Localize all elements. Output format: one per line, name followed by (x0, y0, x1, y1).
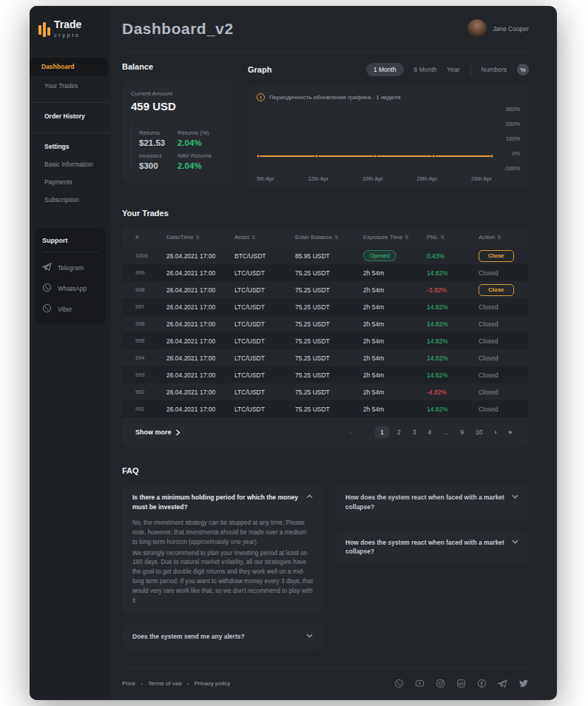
page-button[interactable]: 1 (375, 426, 389, 438)
graph-range-tab[interactable]: 1 Month (366, 63, 404, 76)
faq-item-collapsed[interactable]: How does the system react when faced wit… (335, 529, 529, 565)
sort-icon: ⇅ (497, 235, 501, 240)
page-button[interactable]: 4 (424, 426, 435, 438)
action-cell: Closed (479, 354, 498, 362)
footer-link[interactable]: Terms of use (148, 680, 182, 687)
page-button[interactable]: 3 (409, 426, 420, 438)
faq-answer-paragraph: No, the investment strategy can be stopp… (132, 518, 313, 547)
trade-balance: 75.25 USDT (295, 354, 363, 362)
trade-exposure: 2h 54m (363, 320, 384, 328)
support-icon (42, 262, 52, 273)
trade-pnl: 0.43% (427, 252, 479, 260)
social-icon[interactable] (415, 679, 425, 688)
chevron-down-icon (512, 539, 518, 544)
trade-id: 994 (135, 354, 166, 361)
trade-exposure: 2h 54m (363, 389, 384, 396)
footer-link[interactable]: Price (122, 680, 135, 687)
trade-asset: LTC/USDT (234, 320, 295, 328)
graph-range-tab[interactable]: 6 Month (414, 66, 437, 73)
sidebar-item[interactable]: Basic Information (30, 155, 111, 173)
footer: Price •Terms of use •Privacy policy (122, 668, 529, 700)
social-icon[interactable] (518, 679, 529, 688)
balance-cell: NAV Returns 2.04% (178, 147, 224, 170)
column-header[interactable]: Asset⇅ (234, 234, 295, 241)
column-header[interactable]: # (135, 234, 166, 241)
x-axis-label: 26th Apr (471, 175, 492, 182)
faq-item-collapsed[interactable]: How does the system react when faced wit… (335, 484, 529, 520)
x-axis-label: 5th Apr (257, 175, 274, 182)
footer-link[interactable]: Privacy policy (195, 680, 231, 687)
dot-separator: • (187, 680, 189, 687)
support-item[interactable]: Viber (42, 303, 98, 315)
brand-tagline: crypto (54, 32, 81, 38)
faq-answer: No, the investment strategy can be stopp… (132, 518, 313, 605)
page-button[interactable]: 10 (472, 426, 486, 438)
trade-exposure: 2h 54m (363, 303, 384, 311)
trade-datetime: 26.04.2021 17:00 (166, 286, 234, 294)
action-cell[interactable]: Close (479, 250, 514, 262)
support-item[interactable]: Telegram (42, 262, 98, 273)
y-axis-label: 100% (506, 135, 520, 142)
table-row: 991 26.04.2021 17:00 LTC/USDT 75.25 USDT… (122, 400, 529, 417)
trade-id: 998 (135, 286, 166, 293)
social-icon[interactable] (477, 679, 487, 688)
sidebar-item[interactable]: Settings (30, 132, 111, 155)
support-item-label: WhatsApp (58, 285, 87, 292)
chart-point (374, 154, 377, 158)
user-menu[interactable]: Jane Cooper (467, 19, 529, 38)
faq-question-row[interactable]: Is there a minimum holding period for wh… (132, 493, 313, 511)
page-button[interactable]: 2 (393, 426, 405, 438)
social-icon[interactable] (436, 679, 445, 688)
x-axis-label: 26th Apr (416, 175, 437, 182)
trade-datetime: 26.04.2021 17:00 (166, 252, 234, 260)
page-button[interactable]: 9 (456, 426, 467, 438)
trade-exposure: 2h 54m (363, 372, 384, 379)
table-row: 993 26.04.2021 17:00 LTC/USDT 75.25 USDT… (122, 366, 529, 383)
action-cell[interactable]: Close (479, 284, 514, 296)
avatar[interactable] (467, 19, 487, 38)
trade-balance: 75.25 USDT (295, 286, 363, 294)
page-title: Dashboard_v2 (122, 20, 234, 38)
faq-item-expanded: Is there a minimum holding period for wh… (122, 484, 323, 613)
column-header[interactable]: Action⇅ (479, 234, 516, 241)
table-row: 1000 26.04.2021 17:00 BTC/USDT 85.95 USD… (122, 247, 529, 264)
sidebar: Trade crypto Dashboard Your Trades Order… (30, 6, 111, 700)
page-button[interactable]: « (346, 426, 357, 438)
action-cell: Closed (479, 303, 498, 311)
social-icon[interactable] (498, 679, 507, 688)
chart-plot (258, 109, 492, 170)
balance-cell-label: Returns (%) (178, 130, 224, 136)
faq-item-collapsed[interactable]: Does the system send me any alerts? (122, 623, 323, 650)
page-button[interactable]: › (490, 426, 500, 438)
app-panel: Trade crypto Dashboard Your Trades Order… (30, 6, 557, 700)
chart-point (257, 154, 260, 158)
sidebar-item[interactable]: Subscription (30, 191, 111, 209)
support-item[interactable]: WhatsApp (42, 283, 98, 294)
numbers-toggle[interactable]: Numbers (481, 66, 507, 73)
chart: 5th Apr 12th Apr 19th Apr 26th Apr 26th … (257, 106, 520, 182)
page-button[interactable]: ‹ (361, 426, 371, 438)
column-header[interactable]: PNL⇅ (427, 234, 479, 241)
column-header[interactable]: Enter Balance⇅ (295, 234, 363, 241)
x-axis-label: 19th Apr (362, 175, 383, 182)
page-button[interactable]: » (504, 426, 516, 438)
social-icon[interactable] (456, 679, 466, 688)
sidebar-item[interactable]: Dashboard (30, 58, 108, 75)
trade-pnl: 14.82% (427, 337, 479, 345)
graph-range-tab[interactable]: Year (447, 66, 459, 73)
page-button[interactable]: ... (439, 426, 452, 438)
trade-id: 1000 (135, 252, 166, 259)
column-header[interactable]: Exposure Time⇅ (363, 234, 427, 241)
sidebar-item[interactable]: Order History (30, 102, 111, 125)
action-cell: Closed (479, 406, 498, 413)
action-cell: Closed (479, 269, 498, 277)
sidebar-item[interactable]: Your Trades (30, 77, 111, 95)
trade-id: 999 (135, 269, 166, 276)
social-icon[interactable] (394, 679, 404, 688)
action-cell: Closed (479, 372, 498, 379)
footer-links: Price •Terms of use •Privacy policy (122, 680, 231, 687)
show-more-button[interactable]: Show more (135, 428, 180, 436)
column-header[interactable]: Date/Time⇅ (166, 234, 234, 241)
sidebar-item[interactable]: Payments (30, 173, 111, 191)
percent-toggle[interactable]: % (517, 64, 529, 75)
